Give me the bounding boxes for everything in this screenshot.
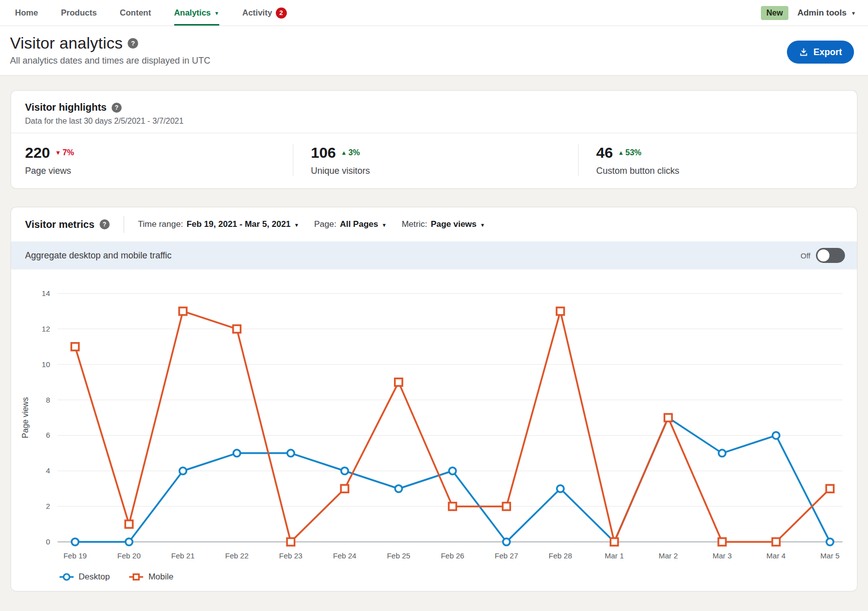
stat-delta: ▲ 53%: [618, 148, 641, 157]
main-content: Visitor highlights ? Data for the last 3…: [0, 91, 868, 591]
aggregate-toggle-label: Aggregate desktop and mobile traffic: [25, 250, 172, 261]
help-icon[interactable]: ?: [128, 38, 138, 49]
page-filter[interactable]: Page: All Pages ▼: [314, 219, 386, 229]
nav-item-content[interactable]: Content: [120, 0, 151, 26]
visitor-highlights-card: Visitor highlights ? Data for the last 3…: [11, 91, 857, 188]
nav-item-analytics[interactable]: Analytics ▼: [174, 0, 219, 26]
filter-value: All Pages: [340, 219, 378, 229]
metrics-header: Visitor metrics ? Time range: Feb 19, 20…: [11, 207, 857, 241]
page-title-block: Visitor analytics ? All analytics dates …: [10, 34, 210, 66]
toggle-knob: [817, 249, 829, 261]
svg-text:Feb 28: Feb 28: [549, 551, 572, 560]
stat-delta: ▼ 7%: [55, 148, 74, 157]
stat-unique-visitors: 106 ▲ 3% Unique visitors: [293, 144, 578, 176]
notification-badge: 2: [276, 8, 287, 19]
legend-item-desktop: Desktop: [59, 572, 110, 582]
chart-legend: DesktopMobile: [59, 572, 857, 582]
metric-filter[interactable]: Metric: Page views ▼: [401, 219, 485, 229]
export-button[interactable]: Export: [787, 41, 854, 64]
svg-text:4: 4: [46, 466, 50, 475]
stat-custom-button-clicks: 46 ▲ 53% Custom button clicks: [578, 144, 857, 176]
svg-text:12: 12: [42, 325, 50, 333]
stat-label: Custom button clicks: [596, 166, 857, 176]
svg-text:6: 6: [46, 431, 50, 439]
stat-page-views: 220 ▼ 7% Page views: [25, 144, 293, 176]
download-icon: [799, 48, 808, 57]
filter-value: Feb 19, 2021 - Mar 5, 2021: [187, 219, 291, 229]
metrics-title: Visitor metrics: [25, 219, 95, 230]
svg-text:8: 8: [46, 396, 50, 404]
svg-text:Feb 27: Feb 27: [495, 551, 518, 560]
legend-circle-marker-icon: [59, 573, 74, 581]
highlights-title: Visitor highlights: [25, 102, 107, 113]
svg-text:0: 0: [46, 537, 50, 546]
nav-item-products[interactable]: Products: [61, 0, 97, 26]
legend-label: Desktop: [79, 572, 110, 582]
svg-text:Mar 2: Mar 2: [659, 551, 678, 560]
arrow-up-icon: ▲: [341, 150, 347, 156]
svg-text:10: 10: [42, 360, 50, 369]
svg-text:Feb 26: Feb 26: [441, 551, 465, 560]
svg-text:Feb 25: Feb 25: [387, 551, 410, 560]
top-nav: Home Products Content Analytics ▼ Activi…: [0, 0, 868, 26]
new-badge: New: [761, 6, 788, 20]
svg-text:Feb 23: Feb 23: [279, 551, 303, 560]
svg-text:Feb 19: Feb 19: [64, 551, 87, 560]
svg-text:Feb 22: Feb 22: [225, 551, 249, 560]
nav-item-label: Analytics: [174, 8, 211, 18]
legend-item-mobile: Mobile: [129, 572, 173, 582]
aggregate-toggle-switch[interactable]: [816, 248, 845, 263]
legend-label: Mobile: [148, 572, 173, 582]
filter-value: Page views: [430, 219, 477, 229]
export-button-label: Export: [813, 47, 842, 58]
stat-label: Unique visitors: [311, 166, 578, 176]
stat-value: 106: [311, 144, 336, 161]
chevron-down-icon: ▼: [381, 222, 386, 228]
svg-text:Mar 5: Mar 5: [820, 551, 839, 560]
chevron-down-icon: ▼: [851, 11, 856, 16]
toggle-state-label: Off: [800, 251, 810, 260]
svg-text:Page views: Page views: [21, 397, 30, 438]
svg-text:14: 14: [42, 289, 50, 297]
nav-item-label: Home: [15, 8, 38, 18]
help-icon[interactable]: ?: [100, 219, 110, 229]
highlights-header: Visitor highlights ? Data for the last 3…: [11, 91, 857, 133]
filter-label: Metric:: [401, 219, 427, 229]
page-subtitle: All analytics dates and times are displa…: [10, 56, 210, 66]
arrow-up-icon: ▲: [618, 150, 624, 156]
chevron-down-icon: ▼: [214, 11, 219, 16]
metrics-filters: Time range: Feb 19, 2021 - Mar 5, 2021 ▼…: [138, 219, 485, 229]
svg-text:Feb 21: Feb 21: [171, 551, 195, 560]
stat-delta: ▲ 3%: [341, 148, 360, 157]
arrow-down-icon: ▼: [55, 150, 61, 156]
chevron-down-icon: ▼: [294, 222, 299, 228]
admin-tools-menu[interactable]: Admin tools ▼: [797, 8, 856, 18]
svg-text:Mar 3: Mar 3: [712, 551, 731, 560]
nav-item-label: Content: [120, 8, 151, 18]
page-title: Visitor analytics: [10, 34, 123, 53]
nav-item-label: Activity: [242, 8, 272, 18]
highlights-stats-row: 220 ▼ 7% Page views 106 ▲ 3% Unique visi…: [11, 133, 857, 188]
page-header: Visitor analytics ? All analytics dates …: [0, 26, 868, 76]
svg-text:Mar 4: Mar 4: [766, 551, 785, 560]
stat-delta-value: 7%: [63, 148, 74, 157]
svg-text:Feb 20: Feb 20: [117, 551, 141, 560]
time-range-filter[interactable]: Time range: Feb 19, 2021 - Mar 5, 2021 ▼: [138, 219, 299, 229]
highlights-date-range: Data for the last 30 days 2/5/2021 - 3/7…: [25, 117, 843, 126]
filter-label: Time range:: [138, 219, 183, 229]
help-icon[interactable]: ?: [112, 103, 122, 113]
stat-value: 220: [25, 144, 50, 161]
stat-label: Page views: [25, 166, 293, 176]
nav-item-label: Products: [61, 8, 97, 18]
header-divider: [124, 216, 124, 233]
nav-item-home[interactable]: Home: [15, 0, 38, 26]
visitor-metrics-card: Visitor metrics ? Time range: Feb 19, 20…: [11, 207, 857, 591]
stat-value: 46: [596, 144, 613, 161]
chevron-down-icon: ▼: [480, 222, 485, 228]
visitor-line-chart[interactable]: 02468101214Feb 19Feb 20Feb 21Feb 22Feb 2…: [11, 272, 856, 567]
nav-item-activity[interactable]: Activity 2: [242, 0, 287, 26]
chart-area: 02468101214Feb 19Feb 20Feb 21Feb 22Feb 2…: [11, 269, 857, 591]
filter-label: Page:: [314, 219, 336, 229]
svg-text:Feb 24: Feb 24: [333, 551, 356, 560]
svg-text:2: 2: [46, 502, 50, 510]
